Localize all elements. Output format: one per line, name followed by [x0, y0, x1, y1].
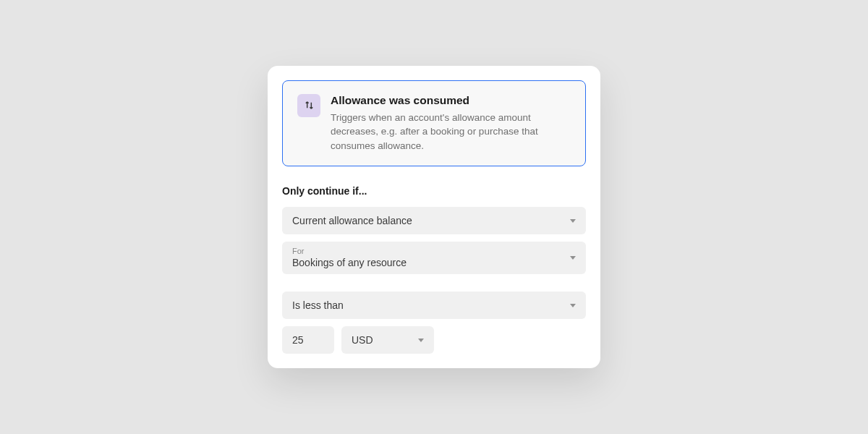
currency-select[interactable]: USD — [341, 326, 434, 354]
field-select-value: Current allowance balance — [292, 215, 412, 226]
trigger-title: Allowance was consumed — [331, 94, 571, 107]
trigger-text: Allowance was consumed Triggers when an … — [331, 94, 571, 153]
trigger-description: Triggers when an account's allowance amo… — [331, 111, 571, 153]
for-select[interactable]: For Bookings of any resource — [282, 242, 586, 274]
for-select-value: Bookings of any resource — [292, 257, 407, 268]
chevron-down-icon — [570, 256, 576, 260]
field-select[interactable]: Current allowance balance — [282, 207, 586, 234]
chevron-down-icon — [418, 339, 424, 342]
swap-vertical-icon — [297, 94, 320, 117]
chevron-down-icon — [570, 304, 576, 307]
trigger-summary[interactable]: Allowance was consumed Triggers when an … — [282, 80, 586, 167]
amount-input[interactable] — [282, 326, 334, 354]
operator-select[interactable]: Is less than — [282, 292, 586, 319]
currency-select-value: USD — [352, 334, 373, 346]
trigger-config-card: Allowance was consumed Triggers when an … — [268, 66, 600, 369]
for-select-label: For — [292, 247, 407, 255]
section-label: Only continue if... — [282, 185, 586, 197]
chevron-down-icon — [570, 219, 576, 223]
operator-select-value: Is less than — [292, 299, 344, 311]
